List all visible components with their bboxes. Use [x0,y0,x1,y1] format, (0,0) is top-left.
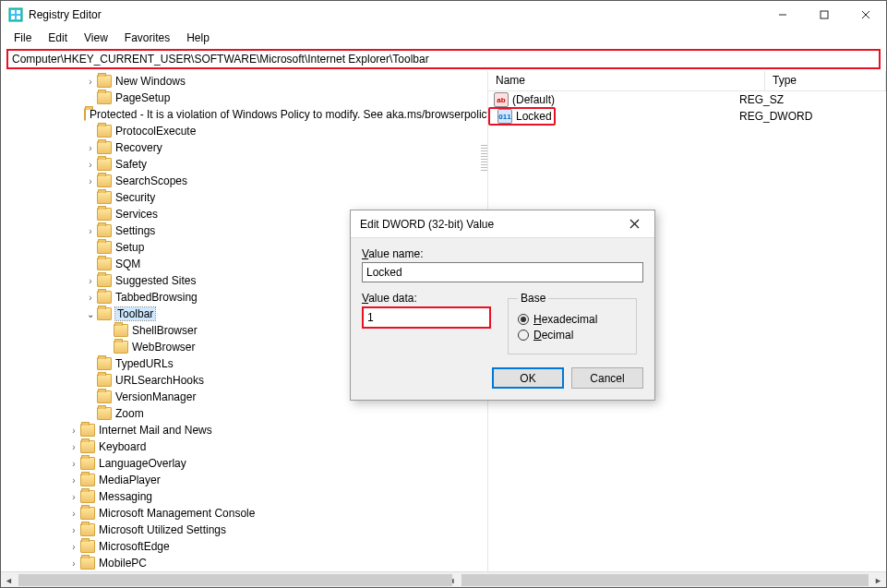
tree-item-label: Suggested Sites [115,274,196,287]
tree-item[interactable]: ProtocolExecute [1,123,487,139]
ok-button[interactable]: OK [492,367,564,389]
value-data-input[interactable] [362,306,491,329]
address-path: Computer\HKEY_CURRENT_USER\SOFTWARE\Micr… [12,53,429,66]
folder-icon [80,507,95,520]
col-name-header[interactable]: Name [488,71,765,90]
svg-rect-4 [17,16,20,19]
value-type: REG_DWORD [739,110,812,123]
tree-item[interactable]: ›LanguageOverlay [1,455,487,472]
radio-dec[interactable]: Decimal [518,329,627,342]
folder-icon [80,424,95,437]
tree-item[interactable]: Protected - It is a violation of Windows… [1,106,487,123]
chevron-right-icon[interactable]: › [84,276,97,286]
tree-item-label: Settings [115,224,155,237]
tree-item-label: SQM [115,258,140,270]
tree-item[interactable]: ›Microsoft Management Console [1,505,487,522]
chevron-right-icon[interactable]: › [84,143,97,153]
minimize-button[interactable] [761,1,803,29]
tree-item[interactable]: Zoom [1,405,487,422]
tree-item[interactable]: ›MediaPlayer [1,472,487,488]
menu-help[interactable]: Help [179,30,217,46]
string-value-icon: ab [494,92,509,107]
chevron-right-icon[interactable]: › [67,525,80,535]
svg-rect-1 [11,10,15,14]
menu-edit[interactable]: Edit [41,30,75,46]
cancel-button[interactable]: Cancel [571,367,643,389]
tree-item-label: Safety [115,158,147,171]
chevron-right-icon[interactable]: › [67,459,80,469]
tree-item[interactable]: ›Safety [1,156,487,173]
value-data-label: Value data: [362,292,491,305]
chevron-right-icon[interactable]: › [67,492,80,502]
scrollbar-thumb[interactable] [18,574,452,586]
radio-dec-input[interactable] [518,330,529,341]
titlebar: Registry Editor [1,1,886,29]
folder-icon [84,108,86,121]
scrollbar-thumb-2[interactable] [461,574,869,586]
tree-item[interactable]: ›New Windows [1,73,487,90]
tree-item-label: ShellBrowser [132,324,198,337]
col-type-header[interactable]: Type [765,71,886,90]
menu-file[interactable]: File [6,30,39,46]
tree-item-label: VersionManager [115,390,196,403]
tree-item[interactable]: ›MobilePC [1,555,487,571]
tree-item-label: Toolbar [115,307,155,320]
tree-item-label: LanguageOverlay [99,457,186,470]
folder-icon [97,274,112,287]
folder-icon [97,191,112,204]
tree-item[interactable]: ›Recovery [1,139,487,156]
tree-item[interactable]: ›MicrosoftEdge [1,538,487,555]
dialog-title: Edit DWORD (32-bit) Value [360,218,624,231]
close-button[interactable] [845,1,886,29]
value-name-input[interactable] [362,262,643,282]
maximize-button[interactable] [803,1,845,29]
tree-item[interactable]: ›Keyboard [1,438,487,455]
chevron-right-icon[interactable]: › [67,426,80,436]
tree-item-label: SearchScopes [115,174,187,187]
chevron-right-icon[interactable]: › [84,77,97,87]
address-bar[interactable]: Computer\HKEY_CURRENT_USER\SOFTWARE\Micr… [6,49,881,69]
tree-item[interactable]: ›SearchScopes [1,173,487,189]
tree-item[interactable]: Security [1,189,487,206]
tree-item[interactable]: ›Messaging [1,488,487,505]
tree-item[interactable]: ›Microsoft Utilized Settings [1,522,487,538]
tree-item[interactable]: PageSetup [1,90,487,106]
chevron-right-icon[interactable]: › [84,226,97,236]
list-row[interactable]: 011LockedREG_DWORD [488,108,886,125]
splitter-handle[interactable] [481,145,488,173]
folder-icon [97,174,112,187]
chevron-right-icon[interactable]: › [84,176,97,186]
scroll-left-icon[interactable]: ◄ [1,572,17,588]
chevron-right-icon[interactable]: › [67,442,80,452]
chevron-right-icon[interactable]: › [84,293,97,303]
chevron-down-icon[interactable]: ⌄ [84,309,97,319]
folder-icon [97,75,112,88]
tree-item-label: WebBrowser [132,341,195,354]
dword-value-icon: 011 [497,109,512,124]
menu-favorites[interactable]: Favorites [117,30,177,46]
chevron-right-icon[interactable]: › [67,475,80,486]
tree-item[interactable]: ›Internet Mail and News [1,422,487,438]
dialog-close-button[interactable] [624,215,645,234]
chevron-right-icon[interactable]: › [84,160,97,170]
tree-item-label: Protected - It is a violation of Windows… [90,108,488,121]
folder-icon [97,374,112,387]
menu-view[interactable]: View [77,30,115,46]
scroll-right-icon-2[interactable]: ► [870,572,886,588]
edit-dword-dialog: Edit DWORD (32-bit) Value Value name: Va… [350,210,655,401]
chevron-right-icon[interactable]: › [67,542,80,552]
menubar: File Edit View Favorites Help [1,29,886,47]
folder-icon [80,557,95,570]
tree-item-label: Microsoft Utilized Settings [99,523,226,536]
folder-icon [114,341,128,354]
tree-item-label: MicrosoftEdge [99,540,170,553]
list-row[interactable]: ab(Default)REG_SZ [488,91,886,108]
radio-hex-input[interactable] [518,314,529,325]
radio-hex[interactable]: Hexadecimal [518,313,627,326]
svg-rect-2 [17,10,20,14]
chevron-right-icon[interactable]: › [67,558,80,569]
scrollbar-horiz[interactable]: ◄ ► ◄ ► [1,571,886,587]
chevron-right-icon[interactable]: › [67,509,80,519]
tree-item-label: Keyboard [99,440,146,453]
folder-icon [97,158,112,171]
